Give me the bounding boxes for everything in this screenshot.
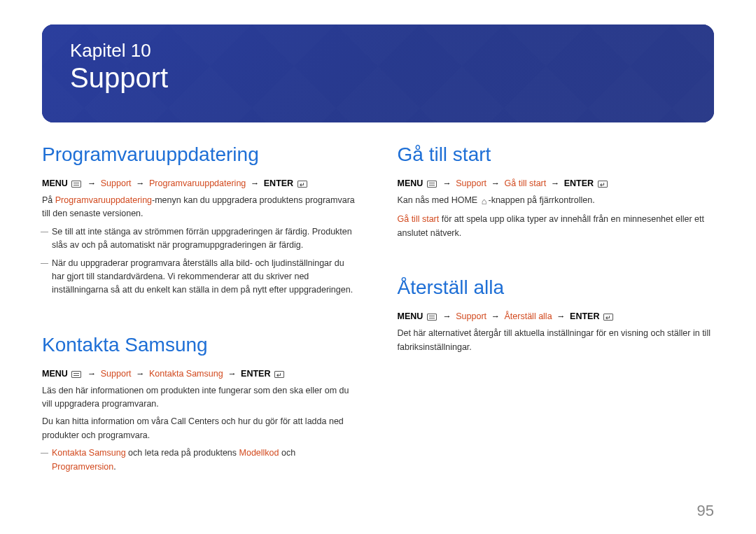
nav-item: Programvaruuppdatering xyxy=(149,178,246,188)
text: -knappen på fjärrkontrollen. xyxy=(488,195,594,205)
page-number: 95 xyxy=(697,502,714,520)
right-column: Gå till start MENU → Support → Gå till s… xyxy=(398,143,715,478)
nav-path-reset-all: MENU → Support → Återställ alla → ENTER xyxy=(398,311,715,321)
nav-menu-label: MENU xyxy=(42,178,68,188)
text: för att spela upp olika typer av innehål… xyxy=(398,214,704,237)
arrow-icon: → xyxy=(440,311,454,321)
hl-go-to-start: Gå till start xyxy=(398,214,440,224)
chapter-banner: Kapitel 10 Support xyxy=(42,24,714,122)
arrow-icon: → xyxy=(549,178,562,188)
contact-desc-2: Du kan hitta information om våra Call Ce… xyxy=(42,415,359,442)
contact-desc-1: Läs den här informationen om produkten i… xyxy=(42,384,359,412)
nav-item: Gå till start xyxy=(505,178,547,188)
arrow-icon: → xyxy=(489,311,503,321)
section-gap xyxy=(42,302,359,321)
hl-programversion: Programversion xyxy=(52,462,113,472)
nav-menu-label: MENU xyxy=(42,369,68,379)
home-label: HOME xyxy=(451,195,478,205)
heading-go-to-start: Gå till start xyxy=(398,143,715,166)
go-to-start-desc-1: Kan nås med HOME -knappen på fjärrkontro… xyxy=(398,194,715,209)
note-item: Se till att inte stänga av strömmen förr… xyxy=(52,225,359,253)
nav-enter-label: ENTER xyxy=(241,369,270,379)
menu-icon xyxy=(427,314,437,321)
nav-path-go-to-start: MENU → Support → Gå till start → ENTER xyxy=(398,178,715,188)
nav-support: Support xyxy=(456,311,486,321)
note-item: När du uppgraderar programvara återställ… xyxy=(52,257,359,297)
menu-icon xyxy=(71,371,81,378)
nav-enter-label: ENTER xyxy=(570,311,599,321)
arrow-icon: → xyxy=(85,178,99,188)
left-column: Programvaruuppdatering MENU → Support → … xyxy=(42,143,359,478)
text: och xyxy=(279,448,296,458)
reset-all-desc: Det här alternativet återgår till aktuel… xyxy=(398,327,715,354)
heading-contact-samsung: Kontakta Samsung xyxy=(42,334,359,356)
nav-menu-label: MENU xyxy=(398,178,424,188)
enter-icon xyxy=(598,181,608,188)
nav-support: Support xyxy=(101,369,132,379)
text: Kan nås med xyxy=(398,195,451,205)
arrow-icon: → xyxy=(440,178,454,188)
chapter-title: Support xyxy=(70,62,686,94)
section-gap xyxy=(398,244,715,264)
hl-contact: Kontakta Samsung xyxy=(52,448,126,458)
chapter-number: Kapitel 10 xyxy=(70,40,686,62)
banner-text: Kapitel 10 Support xyxy=(42,24,714,94)
enter-icon xyxy=(298,181,307,188)
text: . xyxy=(113,462,115,472)
arrow-icon: → xyxy=(554,311,568,321)
software-update-desc: På Programvaruuppdatering-menyn kan du u… xyxy=(42,194,359,221)
enter-icon xyxy=(274,371,284,378)
nav-menu-label: MENU xyxy=(398,311,424,321)
menu-icon xyxy=(427,181,437,188)
nav-enter-label: ENTER xyxy=(564,178,594,188)
enter-icon xyxy=(603,314,613,321)
arrow-icon: → xyxy=(248,178,262,188)
arrow-icon: → xyxy=(489,178,503,188)
heading-reset-all: Återställ alla xyxy=(398,276,715,299)
nav-path-software-update: MENU → Support → Programvaruuppdatering … xyxy=(42,178,359,188)
nav-path-contact-samsung: MENU → Support → Kontakta Samsung → ENTE… xyxy=(42,369,359,379)
nav-enter-label: ENTER xyxy=(264,178,293,188)
text: På xyxy=(42,195,55,205)
menu-icon xyxy=(71,181,81,188)
arrow-icon: → xyxy=(225,369,239,379)
nav-item: Kontakta Samsung xyxy=(149,369,223,379)
go-to-start-desc-2: Gå till start för att spela upp olika ty… xyxy=(398,213,715,240)
page: Kapitel 10 Support Programvaruuppdaterin… xyxy=(0,0,756,534)
text: och leta reda på produktens xyxy=(126,448,239,458)
arrow-icon: → xyxy=(134,369,147,379)
software-update-notes: Se till att inte stänga av strömmen förr… xyxy=(42,225,359,297)
note-item: Kontakta Samsung och leta reda på produk… xyxy=(52,447,359,474)
home-icon xyxy=(482,195,487,209)
nav-support: Support xyxy=(456,178,486,188)
heading-software-update: Programvaruuppdatering xyxy=(42,143,359,166)
hl-modelcode: Modellkod xyxy=(239,448,279,458)
arrow-icon: → xyxy=(85,369,99,379)
nav-support: Support xyxy=(101,178,132,188)
nav-item: Återställ alla xyxy=(505,311,552,321)
arrow-icon: → xyxy=(134,178,147,188)
hl-software-update: Programvaruuppdatering xyxy=(55,195,152,205)
contact-notes: Kontakta Samsung och leta reda på produk… xyxy=(42,447,359,474)
